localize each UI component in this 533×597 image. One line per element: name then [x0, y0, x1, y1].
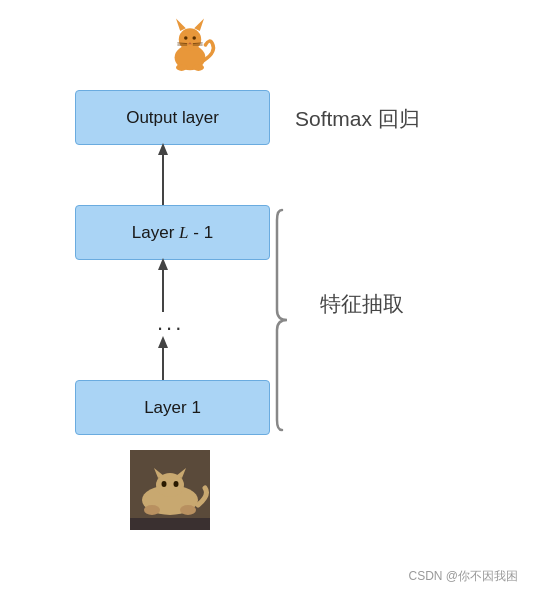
output-layer-box: Output layer — [75, 90, 270, 145]
svg-marker-16 — [158, 258, 168, 270]
cat-photo — [130, 450, 210, 530]
svg-marker-14 — [158, 143, 168, 155]
diagram-container: Output layer Layer L - 1 ... Layer 1 — [0, 0, 533, 597]
feature-label: 特征抽取 — [320, 290, 404, 318]
svg-point-1 — [179, 28, 201, 50]
svg-marker-18 — [158, 336, 168, 348]
cat-icon — [155, 10, 225, 80]
svg-point-6 — [184, 36, 188, 40]
arrow-dots-to-layer1 — [156, 336, 170, 384]
svg-point-4 — [176, 64, 187, 71]
svg-marker-2 — [176, 18, 186, 31]
svg-point-5 — [193, 64, 204, 71]
layer-l1-box: Layer L - 1 — [75, 205, 270, 260]
svg-marker-3 — [194, 18, 204, 31]
svg-point-25 — [174, 481, 179, 487]
softmax-label: Softmax 回归 — [295, 105, 420, 133]
layer1-label: Layer 1 — [144, 398, 201, 418]
curly-brace — [272, 205, 322, 435]
arrow-l1-to-dots — [156, 258, 170, 313]
svg-point-24 — [162, 481, 167, 487]
svg-point-7 — [192, 36, 196, 40]
layer-l1-label: Layer L - 1 — [132, 223, 213, 243]
dots: ... — [157, 310, 184, 336]
svg-point-27 — [180, 505, 196, 515]
svg-point-26 — [144, 505, 160, 515]
svg-rect-28 — [130, 518, 210, 530]
layer1-box: Layer 1 — [75, 380, 270, 435]
watermark: CSDN @你不因我困 — [408, 568, 518, 585]
output-layer-label: Output layer — [126, 108, 219, 128]
arrow-output-to-l1 — [156, 143, 170, 206]
